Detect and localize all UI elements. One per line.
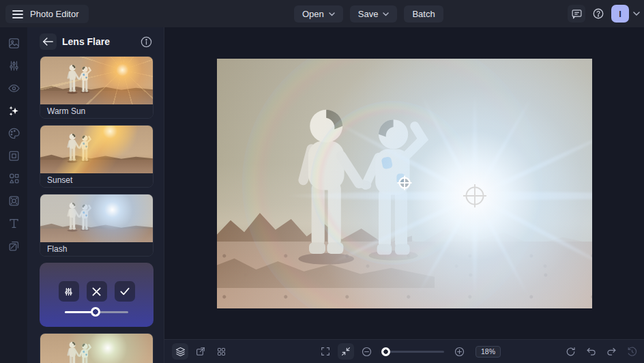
help-icon: [592, 8, 604, 20]
undo-icon: [585, 346, 597, 358]
frame-icon: [8, 149, 20, 162]
preset-settings-button[interactable]: [59, 281, 79, 302]
preset-warm-sun[interactable]: Warm Sun: [40, 56, 153, 119]
sliders-icon: [63, 287, 74, 297]
effects-tool[interactable]: [5, 102, 23, 119]
preset-label: Flash: [40, 242, 153, 256]
zoom-in-button[interactable]: [451, 343, 467, 360]
arrange-tool[interactable]: [5, 237, 23, 254]
preset-label: Warm Sun: [40, 104, 153, 118]
user-avatar-button[interactable]: I: [611, 5, 629, 23]
preset-thumbnail: [40, 194, 153, 242]
check-icon: [120, 287, 130, 295]
zoom-slider-knob[interactable]: [381, 347, 390, 356]
avatar-initial: I: [619, 9, 621, 19]
selected-preset-controls: [40, 263, 153, 327]
file-actions: Open Save Batch: [294, 5, 443, 23]
bottom-toolbar: 18%: [164, 339, 644, 363]
save-button[interactable]: Save: [350, 5, 398, 23]
main-menu-button[interactable]: Photo Editor: [5, 5, 89, 23]
canvas-image[interactable]: [217, 59, 592, 308]
history-button[interactable]: [624, 343, 640, 360]
image-icon: [8, 37, 20, 50]
layers-button[interactable]: [172, 343, 188, 360]
panel-title: Lens Flare: [62, 36, 110, 47]
eye-icon: [8, 82, 20, 95]
undo-button[interactable]: [583, 343, 599, 360]
preset-intensity-slider[interactable]: [65, 306, 128, 317]
zoom-controls-group: 18%: [317, 343, 501, 360]
preset-flash[interactable]: Flash: [40, 194, 153, 257]
selected-preset-buttons: [40, 263, 153, 302]
frame-tool[interactable]: [5, 147, 23, 164]
view-options-group: [172, 343, 229, 360]
chevron-down-icon: [383, 12, 389, 16]
feedback-button[interactable]: [568, 5, 585, 23]
hamburger-icon: [12, 10, 23, 19]
panel-header: Lens Flare: [27, 27, 164, 56]
info-button[interactable]: [140, 35, 153, 48]
app-title: Photo Editor: [30, 9, 79, 19]
plus-circle-icon: [454, 346, 465, 358]
arrow-left-icon: [43, 38, 53, 46]
retouch-tool[interactable]: [5, 80, 23, 96]
account-chevron-down-icon[interactable]: [633, 12, 640, 16]
preset-list: Warm Sun Sunset: [40, 56, 153, 363]
preset-thumbnail: [40, 57, 153, 104]
header-right-cluster: I: [568, 5, 640, 23]
batch-button[interactable]: Batch: [404, 5, 443, 23]
cancel-preset-button[interactable]: [87, 281, 107, 302]
history-controls-group: [562, 343, 640, 360]
history-clock-icon: [626, 346, 638, 358]
tile-view-button[interactable]: [213, 343, 229, 360]
text-tool[interactable]: [5, 215, 23, 231]
zoom-out-button[interactable]: [358, 343, 375, 360]
fit-screen-button[interactable]: [338, 343, 354, 360]
sparkles-icon: [8, 104, 20, 117]
help-button[interactable]: [589, 5, 607, 23]
layers-icon: [175, 346, 186, 358]
flare-handle-primary[interactable]: [461, 182, 488, 209]
paint-tool[interactable]: [5, 125, 23, 141]
info-icon: [140, 35, 153, 48]
chevron-down-icon: [329, 12, 335, 16]
fullscreen-icon: [320, 346, 331, 357]
layers-duplicate-icon: [8, 239, 20, 252]
comment-icon: [571, 8, 583, 20]
preset-partial[interactable]: [40, 333, 153, 363]
minus-circle-icon: [361, 346, 372, 358]
filters-tool[interactable]: [5, 192, 23, 209]
text-icon: [8, 217, 20, 230]
redo-button[interactable]: [603, 343, 619, 360]
tool-rail: [0, 27, 27, 363]
open-in-new-icon: [195, 346, 206, 357]
reset-button[interactable]: [562, 343, 579, 360]
lens-flare-panel: Lens Flare Warm Sun: [27, 27, 164, 363]
zoom-slider-track[interactable]: [381, 351, 444, 353]
preset-sunset[interactable]: Sunset: [40, 125, 153, 188]
sliders-icon: [8, 59, 20, 72]
canvas-area[interactable]: [164, 27, 644, 339]
grid-icon: [216, 347, 226, 357]
palette-icon: [8, 127, 20, 140]
open-button[interactable]: Open: [294, 5, 343, 23]
top-bar: Photo Editor Open Save Batch I: [0, 0, 644, 27]
slider-knob[interactable]: [91, 307, 100, 317]
close-icon: [92, 287, 101, 296]
zoom-percent-field[interactable]: 18%: [475, 346, 501, 358]
back-button[interactable]: [40, 33, 57, 50]
preset-thumbnail: [40, 126, 153, 173]
fullscreen-button[interactable]: [317, 343, 334, 360]
preset-label: Sunset: [40, 173, 153, 187]
elements-tool[interactable]: [5, 170, 23, 186]
flare-handle-secondary[interactable]: [396, 175, 413, 191]
shapes-icon: [8, 172, 20, 185]
zoom-slider[interactable]: [381, 343, 444, 360]
preview-button[interactable]: [192, 343, 209, 360]
texture-icon: [8, 194, 20, 207]
photo-library-tool[interactable]: [5, 35, 23, 51]
apply-preset-button[interactable]: [115, 281, 135, 302]
adjustments-tool[interactable]: [5, 57, 23, 74]
redo-icon: [606, 346, 617, 358]
photo-editor-app: Photo Editor Open Save Batch I: [0, 0, 644, 363]
